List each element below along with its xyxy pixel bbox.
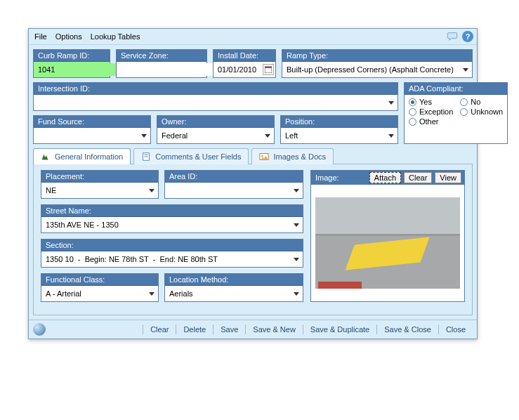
chevron-down-icon[interactable] [147, 288, 157, 299]
speech-bubble-icon[interactable] [446, 30, 459, 43]
street-name-input[interactable] [43, 218, 290, 231]
fund-source-label: Fund Source: [34, 116, 150, 128]
functional-class-input[interactable] [43, 287, 145, 300]
footer-clear-button[interactable]: Clear [143, 324, 176, 335]
install-date-input[interactable] [215, 63, 261, 76]
menu-options[interactable]: Options [53, 31, 85, 42]
footer-save-new-button[interactable]: Save & New [246, 324, 303, 335]
footer-bar: Clear Delete Save Save & New Save & Dupl… [29, 320, 477, 339]
document-icon [141, 152, 151, 162]
tab-images-docs[interactable]: Images & Docs [251, 148, 334, 164]
ada-option-unknown[interactable]: Unknown [460, 107, 503, 116]
globe-icon[interactable] [33, 323, 46, 336]
info-icon [41, 152, 51, 162]
view-button[interactable]: View [435, 172, 461, 183]
chevron-down-icon[interactable] [291, 288, 301, 299]
area-id-input[interactable] [166, 184, 290, 197]
ramp-type-input[interactable] [284, 63, 459, 76]
functional-class-group: Functional Class: [41, 273, 159, 302]
tab-comments-label: Comments & User Fields [155, 152, 241, 161]
fund-source-input[interactable] [35, 129, 138, 142]
owner-input[interactable] [159, 129, 261, 142]
service-zone-label: Service Zone: [117, 50, 206, 62]
location-method-label: Location Method: [165, 274, 303, 286]
footer-save-button[interactable]: Save [213, 324, 245, 335]
image-icon [259, 152, 269, 162]
street-name-group: Street Name: [41, 204, 303, 233]
ramp-type-group: Ramp Type: [282, 49, 473, 78]
svg-point-6 [262, 155, 264, 157]
chevron-down-icon[interactable] [386, 130, 396, 141]
app-window: File Options Lookup Tables ? Curb Ramp I… [28, 28, 478, 339]
footer-delete-button[interactable]: Delete [176, 324, 213, 335]
ada-compliant-panel: ADA Compliant: Yes No Exception [404, 82, 508, 144]
fund-source-group: Fund Source: [33, 115, 151, 144]
tabs: General Information Comments & User Fiel… [33, 148, 473, 164]
form-content: Curb Ramp ID: Service Zone: Install Date… [29, 45, 477, 320]
image-panel: Image: Attach Clear View [310, 170, 465, 302]
tab-images-label: Images & Docs [273, 152, 326, 161]
service-zone-group: Service Zone: [116, 49, 207, 78]
position-label: Position: [281, 116, 398, 128]
section-label: Section: [41, 239, 303, 251]
chevron-down-icon[interactable] [461, 64, 471, 75]
ada-yes-label: Yes [419, 98, 432, 106]
chevron-down-icon[interactable] [291, 219, 301, 230]
footer-save-duplicate-button[interactable]: Save & Duplicate [303, 324, 376, 335]
radio-icon [409, 118, 416, 126]
service-zone-input[interactable] [118, 63, 221, 76]
install-date-group: Install Date: [213, 49, 276, 78]
location-method-group: Location Method: [164, 273, 303, 302]
image-thumbnail [315, 197, 460, 289]
area-id-group: Area ID: [164, 170, 303, 199]
tab-comments-user-fields[interactable]: Comments & User Fields [133, 148, 249, 164]
footer-close-button[interactable]: Close [439, 324, 473, 335]
placement-input[interactable] [43, 184, 145, 197]
location-method-input[interactable] [166, 287, 290, 300]
ramp-type-label: Ramp Type: [282, 50, 472, 62]
chevron-down-icon[interactable] [147, 185, 157, 196]
placement-label: Placement: [41, 171, 158, 183]
intersection-id-label: Intersection ID: [34, 83, 398, 95]
section-group: Section: [41, 239, 303, 268]
chevron-down-icon[interactable] [263, 130, 272, 141]
help-icon[interactable]: ? [461, 30, 474, 43]
ada-option-no[interactable]: No [460, 98, 503, 106]
ada-option-other[interactable]: Other [409, 117, 453, 126]
radio-icon [409, 98, 416, 106]
ada-no-label: No [471, 98, 480, 106]
chevron-down-icon[interactable] [386, 97, 396, 108]
owner-label: Owner: [157, 116, 274, 128]
ada-unknown-label: Unknown [471, 107, 503, 116]
chevron-down-icon[interactable] [291, 254, 301, 265]
chevron-down-icon[interactable] [139, 130, 149, 141]
position-group: Position: [280, 115, 398, 144]
image-label: Image: [314, 173, 367, 182]
calendar-icon[interactable] [263, 64, 274, 75]
menu-file[interactable]: File [32, 31, 50, 42]
curb-ramp-id-group: Curb Ramp ID: [33, 49, 110, 78]
ada-compliant-label: ADA Compliant: [405, 83, 507, 95]
intersection-id-input[interactable] [35, 96, 385, 109]
attach-button[interactable]: Attach [369, 172, 401, 183]
tab-content-general: Placement: Area ID: [33, 164, 473, 315]
ada-option-yes[interactable]: Yes [409, 98, 453, 106]
position-input[interactable] [282, 129, 385, 142]
tab-general-information[interactable]: General Information [33, 148, 131, 164]
radio-icon [409, 108, 416, 116]
radio-icon [460, 108, 468, 116]
menu-lookup-tables[interactable]: Lookup Tables [88, 31, 143, 42]
chevron-down-icon[interactable] [291, 185, 301, 196]
intersection-id-group: Intersection ID: [33, 82, 398, 111]
section-input[interactable] [43, 253, 290, 265]
owner-group: Owner: [157, 115, 275, 144]
clear-button[interactable]: Clear [404, 172, 432, 183]
tab-general-label: General Information [55, 152, 123, 161]
ada-exception-label: Exception [419, 107, 453, 116]
street-name-label: Street Name: [41, 205, 303, 217]
svg-rect-1 [265, 67, 272, 68]
footer-save-close-button[interactable]: Save & Close [377, 324, 438, 335]
menubar: File Options Lookup Tables ? [29, 29, 477, 45]
radio-icon [460, 98, 468, 106]
ada-option-exception[interactable]: Exception [409, 107, 453, 116]
